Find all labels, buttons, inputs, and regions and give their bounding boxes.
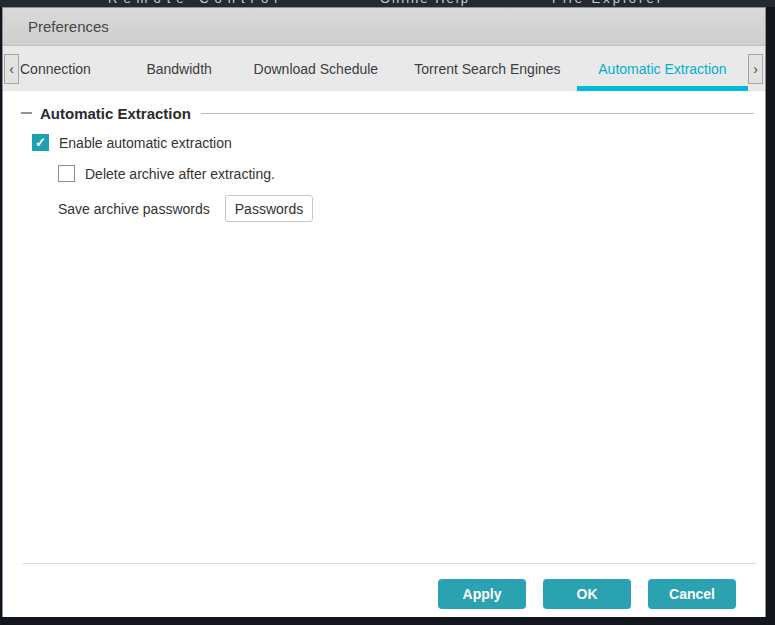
dialog-content: Automatic Extraction ✓ Enable automatic … [3, 91, 765, 617]
tab-connection[interactable]: Connection [20, 46, 124, 91]
tab-torrent-search-engines[interactable]: Torrent Search Engines [398, 46, 577, 91]
delete-archive-row: Delete archive after extracting. [58, 165, 275, 182]
tab-label: Torrent Search Engines [414, 61, 560, 77]
chevron-left-icon: ‹ [9, 61, 14, 77]
footer-divider [23, 563, 756, 564]
tab-label: Automatic Extraction [598, 61, 726, 77]
preferences-dialog: Preferences ‹ Connection Bandwidth Downl… [2, 7, 766, 617]
section-header: Automatic Extraction [21, 103, 754, 123]
tab-automatic-extraction[interactable]: Automatic Extraction [577, 46, 748, 91]
apply-button[interactable]: Apply [438, 579, 526, 609]
tab-label: Connection [20, 61, 91, 77]
save-archive-passwords-row: Save archive passwords Passwords [58, 195, 313, 222]
footer-buttons: Apply OK Cancel [438, 579, 736, 609]
passwords-button[interactable]: Passwords [225, 195, 313, 222]
background-window-item: File Explorer [552, 0, 664, 6]
tab-list: Connection Bandwidth Download Schedule T… [20, 46, 748, 91]
ok-button[interactable]: OK [543, 579, 631, 609]
background-window-item: Remote Control [108, 0, 283, 6]
tab-scroll-right-button[interactable]: › [748, 54, 763, 84]
save-archive-passwords-label: Save archive passwords [58, 201, 223, 217]
screen: Remote Control Online Help File Explorer… [0, 0, 775, 625]
cancel-button[interactable]: Cancel [648, 579, 736, 609]
background-window-item: Online Help [380, 0, 470, 6]
delete-archive-checkbox[interactable] [58, 165, 75, 182]
dialog-title: Preferences [3, 18, 109, 35]
tab-bandwidth[interactable]: Bandwidth [124, 46, 233, 91]
background-window-strip: Remote Control Online Help File Explorer [0, 0, 775, 7]
enable-automatic-extraction-label: Enable automatic extraction [59, 135, 232, 151]
chevron-right-icon: › [753, 61, 758, 77]
section-title: Automatic Extraction [40, 105, 191, 122]
section-header-dash [21, 112, 32, 114]
check-icon: ✓ [35, 136, 46, 149]
tab-label: Bandwidth [146, 61, 211, 77]
tab-download-schedule[interactable]: Download Schedule [234, 46, 398, 91]
enable-automatic-extraction-row: ✓ Enable automatic extraction [32, 134, 232, 151]
section-header-rule [201, 113, 754, 114]
enable-automatic-extraction-checkbox[interactable]: ✓ [32, 134, 49, 151]
tab-label: Download Schedule [254, 61, 379, 77]
delete-archive-label: Delete archive after extracting. [85, 166, 275, 182]
tab-bar: ‹ Connection Bandwidth Download Schedule… [3, 46, 765, 91]
dialog-titlebar[interactable]: Preferences [3, 8, 765, 46]
tab-scroll-left-button[interactable]: ‹ [4, 54, 19, 84]
